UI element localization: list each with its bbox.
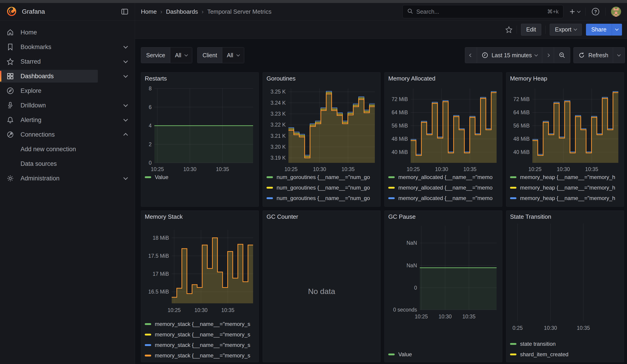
sidebar-item-bookmarks[interactable]: Bookmarks (0, 40, 135, 54)
legend-item[interactable]: memory_allocated {__name__="memo (388, 193, 498, 204)
service-filter-label: Service (141, 48, 170, 63)
legend-series-marker (266, 176, 273, 178)
panel-title[interactable]: GC Pause (388, 212, 498, 221)
sidebar-item-administration[interactable]: Administration (0, 171, 135, 186)
plug-icon (6, 131, 14, 138)
svg-text:6: 6 (149, 104, 152, 110)
legend-item[interactable]: Value (388, 349, 498, 360)
legend-series-marker (510, 354, 517, 355)
legend-item[interactable]: memory_allocated {__name__="memo (388, 204, 498, 207)
legend-item[interactable]: num_goroutines {__name__="num_go (266, 172, 377, 182)
legend-series-label: num_goroutines {__name__="num_go (277, 206, 370, 207)
legend-series-marker (510, 343, 517, 345)
legend-item[interactable]: num_goroutines {__name__="num_go (266, 182, 377, 193)
active-accent-bar (0, 71, 1, 82)
sidebar-item-drilldown[interactable]: Drilldown (0, 98, 135, 113)
legend-series-label: memory_heap {__name__="memory_h (520, 195, 615, 201)
legend-item[interactable]: memory_stack {__name__="memory_s (145, 329, 255, 340)
svg-text:3.25 K: 3.25 K (271, 89, 286, 95)
panel-title[interactable]: State Transition (510, 212, 620, 221)
service-filter: Service All (141, 47, 192, 63)
search-input[interactable]: Search... ⌘+k (402, 5, 563, 18)
dashboard-canvas: Service All Client All (135, 39, 627, 364)
legend-item[interactable]: memory_heap {__name__="memory_h (510, 204, 620, 207)
chevron-down-icon (123, 73, 128, 78)
panel-title[interactable]: Memory Heap (510, 74, 620, 83)
legend-item[interactable]: memory_heap {__name__="memory_h (510, 182, 620, 193)
sidebar-subitem-add-new-connection[interactable]: Add new connection (0, 142, 135, 156)
time-shift-forward-button[interactable] (542, 48, 554, 63)
refresh-interval-button[interactable] (613, 48, 625, 63)
legend-item[interactable]: state transition (510, 339, 620, 349)
export-button[interactable]: Export (550, 24, 582, 36)
chart-plot[interactable]: 3.25 K3.24 K3.23 K3.22 K3.21 K3.20 K3.19… (266, 83, 377, 172)
svg-text:10:25: 10:25 (407, 166, 420, 172)
chart-plot[interactable]: 0:2510:3010:35 (510, 221, 621, 335)
legend-item[interactable]: memory_stack {__name__="memory_s (145, 350, 255, 361)
sidebar-item-home[interactable]: Home (0, 25, 135, 40)
legend-item[interactable]: memory_allocated {__name__="memo (388, 172, 498, 182)
legend-item[interactable]: memory_heap {__name__="memory_h (510, 193, 620, 204)
panel-title[interactable]: Memory Allocated (388, 74, 498, 83)
service-filter-value[interactable]: All (170, 48, 192, 63)
breadcrumb-home[interactable]: Home (141, 8, 157, 15)
legend-item[interactable]: num_goroutines {__name__="num_go (266, 204, 377, 207)
zoom-out-icon (559, 52, 566, 59)
zoom-out-button[interactable] (554, 48, 570, 63)
chevron-down-icon (236, 53, 240, 56)
share-button[interactable]: Share (586, 24, 612, 36)
star-dashboard-icon[interactable] (505, 26, 513, 33)
legend-item[interactable]: num_goroutines {__name__="num_go (266, 193, 377, 204)
panel-title[interactable]: Restarts (145, 74, 255, 83)
avatar[interactable] (611, 7, 621, 17)
chart-plot[interactable]: 8642010:2510:3010:35 (145, 83, 255, 172)
chevron-down-icon (534, 53, 538, 56)
time-shift-back-button[interactable] (465, 48, 477, 63)
sidebar-item-alerting[interactable]: Alerting (0, 113, 135, 127)
svg-text:10:25: 10:25 (285, 166, 298, 172)
time-range-picker[interactable]: Last 15 minutes (477, 48, 542, 63)
sidebar-item-explore[interactable]: Explore (0, 84, 135, 98)
chart-plot[interactable]: 72 MiB64 MiB56 MiB48 MiB40 MiB10:2510:30… (388, 83, 499, 172)
clock-icon (481, 52, 488, 59)
breadcrumb-dashboards[interactable]: Dashboards (166, 8, 198, 15)
chevron-down-icon (123, 59, 128, 63)
add-new-button[interactable] (569, 8, 580, 15)
chart-plot[interactable]: 18 MiB17.5 MiB17 MiB16.5 MiB10:2510:3010… (145, 221, 255, 319)
legend-series-marker (266, 187, 273, 189)
sidebar-item-starred[interactable]: Starred (0, 54, 135, 69)
legend-item[interactable]: memory_stack {__name__="memory_s (145, 319, 255, 329)
client-filter-label: Client (198, 48, 222, 63)
legend-item[interactable]: shard_item_created (510, 349, 620, 360)
breadcrumb-separator: › (202, 8, 204, 15)
client-filter-value[interactable]: All (222, 48, 244, 63)
panel-title[interactable]: GC Counter (266, 212, 377, 221)
help-icon[interactable]: ? (591, 7, 600, 16)
sidebar-toggle-icon[interactable] (121, 8, 128, 15)
panel-title[interactable]: Memory Stack (145, 212, 255, 221)
chart-plot[interactable]: NaNNaN00 seconds10:2510:3010:35 (388, 221, 499, 323)
variable-filters: Service All Client All (141, 47, 244, 63)
panel-title[interactable]: Goroutines (266, 74, 377, 83)
share-menu-button[interactable] (612, 24, 622, 36)
sidebar-item-dashboards[interactable]: Dashboards (0, 69, 135, 84)
svg-text:0: 0 (149, 160, 152, 166)
sidebar-subitem-data-sources[interactable]: Data sources (0, 156, 135, 171)
legend-item[interactable]: Value (145, 172, 255, 182)
edit-button[interactable]: Edit (521, 24, 541, 36)
refresh-button[interactable]: Refresh (574, 48, 613, 63)
panel-legend: state transitionshard_item_created (510, 335, 620, 362)
svg-text:56 MiB: 56 MiB (513, 123, 530, 129)
svg-text:18 MiB: 18 MiB (153, 235, 169, 241)
legend-item[interactable]: memory_allocated {__name__="memo (388, 182, 498, 193)
legend-item[interactable]: memory_heap {__name__="memory_h (510, 172, 620, 182)
svg-text:NaN: NaN (407, 262, 417, 268)
svg-text:72 MiB: 72 MiB (391, 96, 408, 102)
svg-text:17 MiB: 17 MiB (153, 271, 169, 277)
svg-text:10:25: 10:25 (168, 307, 181, 313)
legend-series-label: num_goroutines {__name__="num_go (277, 195, 370, 201)
panel-legend: Value (388, 323, 498, 362)
legend-item[interactable]: memory_stack {__name__="memory_s (145, 340, 255, 350)
chart-plot[interactable]: 72 MiB64 MiB56 MiB48 MiB40 MiB10:2510:30… (510, 83, 621, 172)
sidebar-item-connections[interactable]: Connections (0, 127, 135, 142)
